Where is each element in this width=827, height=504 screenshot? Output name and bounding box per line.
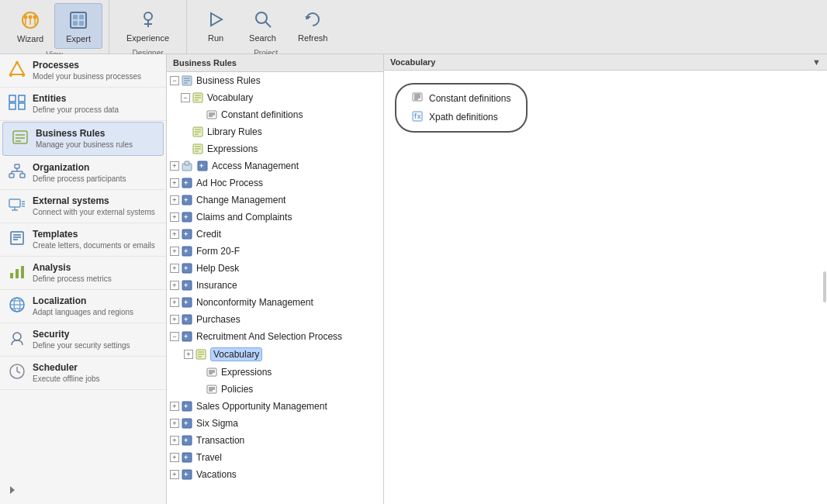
tree-item-business-rules-root[interactable]: − Business Rules bbox=[167, 72, 383, 89]
tree-toggle-claims[interactable]: + bbox=[170, 212, 179, 222]
content-close-button[interactable]: ▼ bbox=[812, 57, 821, 67]
scheduler-subtitle: Execute offline jobs bbox=[33, 374, 100, 384]
svg-rect-50 bbox=[21, 266, 24, 278]
tree-item-expressions-root[interactable]: Expressions bbox=[167, 140, 383, 157]
sidebar-item-analysis[interactable]: Analysis Define process metrics bbox=[0, 257, 166, 290]
tree-toggle-vocabulary-child[interactable]: + bbox=[184, 350, 193, 359]
tree-item-transaction[interactable]: + + Transaction bbox=[167, 432, 383, 449]
tree-toggle-credit[interactable]: + bbox=[170, 230, 179, 239]
tree-panel: Business Rules − Business Rules − Vocabu… bbox=[167, 54, 384, 504]
run-icon bbox=[204, 8, 227, 31]
run-button[interactable]: Run bbox=[193, 3, 238, 47]
tree-toggle-purchases[interactable]: + bbox=[170, 315, 179, 324]
tree-item-vocabulary-child[interactable]: + Vocabulary bbox=[167, 345, 383, 364]
tree-label-access-management: Access Management bbox=[212, 161, 299, 171]
wizard-button[interactable]: Wizard bbox=[6, 4, 54, 48]
svg-point-56 bbox=[13, 333, 21, 340]
tree-toggle-change-management[interactable]: + bbox=[170, 195, 179, 205]
tree-icon-vacations-cube: + bbox=[181, 468, 193, 481]
tree-item-ad-hoc-process[interactable]: + + Ad Hoc Process bbox=[167, 174, 383, 192]
tree-label-travel: Travel bbox=[196, 452, 222, 463]
security-title: Security bbox=[33, 329, 130, 340]
tree-item-vocabulary-root[interactable]: − Vocabulary bbox=[167, 89, 383, 106]
tree-item-recruitment[interactable]: − + Recruitment And Selection Process bbox=[167, 328, 383, 345]
tree-toggle-help-desk[interactable]: + bbox=[170, 264, 179, 273]
svg-text:+: + bbox=[184, 437, 188, 444]
tree-item-claims-complaints[interactable]: + + Claims and Complaints bbox=[167, 209, 383, 226]
tree-item-insurance[interactable]: + + Insurance bbox=[167, 277, 383, 294]
tree-toggle-recruitment[interactable]: − bbox=[170, 332, 179, 341]
tree-toggle-sales-opportunity[interactable]: + bbox=[170, 402, 179, 411]
expert-button[interactable]: Expert bbox=[54, 3, 102, 49]
vocab-icon-xpath-defs: fx bbox=[412, 111, 424, 123]
tree-item-change-management[interactable]: + + Change Management bbox=[167, 192, 383, 209]
tree-item-six-sigma[interactable]: + + Six Sigma bbox=[167, 415, 383, 432]
tree-header-label: Business Rules bbox=[173, 58, 237, 67]
tree-toggle-business-rules[interactable]: − bbox=[170, 76, 179, 85]
svg-marker-60 bbox=[10, 486, 15, 494]
sidebar-item-localization[interactable]: Localization Adapt languages and regions bbox=[0, 290, 166, 323]
external-systems-icon bbox=[8, 195, 26, 214]
tree-item-help-desk[interactable]: + + Help Desk bbox=[167, 260, 383, 277]
tree-toggle-travel[interactable]: + bbox=[170, 453, 179, 462]
tree-item-credit[interactable]: + + Credit bbox=[167, 226, 383, 243]
svg-point-12 bbox=[144, 12, 152, 20]
external-systems-title: External systems bbox=[33, 195, 155, 206]
svg-rect-48 bbox=[10, 273, 13, 278]
tree-toggle-vacations[interactable]: + bbox=[170, 470, 179, 479]
sidebar-collapse-button[interactable] bbox=[6, 484, 19, 496]
tree-icon-business-rules bbox=[181, 74, 193, 87]
svg-point-21 bbox=[9, 74, 12, 77]
view-group: Wizard Expert View bbox=[0, 0, 109, 54]
sidebar-item-business-rules[interactable]: Business Rules Manage your business rule… bbox=[2, 122, 164, 156]
experience-button[interactable]: Experience bbox=[116, 3, 180, 47]
sidebar-item-scheduler[interactable]: Scheduler Execute offline jobs bbox=[0, 357, 166, 390]
content-panel: Vocabulary ▼ Constant definitions fx Xpa… bbox=[384, 54, 827, 504]
wizard-icon bbox=[19, 9, 42, 32]
svg-text:+: + bbox=[184, 471, 188, 478]
entities-icon bbox=[8, 93, 26, 112]
search-label: Search bbox=[249, 33, 276, 43]
tree-item-form-20f[interactable]: + + Form 20-F bbox=[167, 243, 383, 260]
tree-toggle-access-management[interactable]: + bbox=[170, 161, 179, 171]
tree-item-nonconformity[interactable]: + + Nonconformity Management bbox=[167, 294, 383, 311]
tree-toggle-six-sigma[interactable]: + bbox=[170, 419, 179, 428]
tree-icon-access-management-cube: + bbox=[196, 160, 209, 172]
tree-item-expressions-child[interactable]: Expressions bbox=[167, 364, 383, 381]
tree-item-travel[interactable]: + + Travel bbox=[167, 449, 383, 466]
tree-label-policies: Policies bbox=[221, 384, 253, 395]
search-button[interactable]: Search bbox=[238, 3, 287, 47]
tree-label-claims-complaints: Claims and Complaints bbox=[196, 212, 292, 223]
sidebar-item-security[interactable]: Security Define your security settings bbox=[0, 323, 166, 357]
tree-item-policies[interactable]: Policies bbox=[167, 381, 383, 398]
tree-toggle-nonconformity[interactable]: + bbox=[170, 298, 179, 307]
tree-toggle-insurance[interactable]: + bbox=[170, 281, 179, 290]
sidebar-item-templates[interactable]: Templates Create letters, documents or e… bbox=[0, 223, 166, 257]
content-body: Constant definitions fx Xpath definition… bbox=[384, 71, 827, 504]
vocab-item-constant-defs[interactable]: Constant definitions bbox=[406, 89, 517, 108]
tree-item-library-rules[interactable]: Library Rules bbox=[167, 123, 383, 140]
wizard-label: Wizard bbox=[17, 34, 43, 43]
tree-toggle-form20f[interactable]: + bbox=[170, 247, 179, 256]
sidebar-item-processes[interactable]: Processes Model your business processes bbox=[0, 54, 166, 88]
svg-rect-49 bbox=[16, 269, 19, 278]
sidebar-item-external-systems[interactable]: External systems Connect with your exter… bbox=[0, 190, 166, 223]
tree-label-credit: Credit bbox=[196, 229, 221, 240]
tree-item-vacations[interactable]: + + Vacations bbox=[167, 466, 383, 483]
vocab-item-xpath-defs[interactable]: fx Xpath definitions bbox=[406, 108, 517, 126]
content-header-label: Vocabulary bbox=[390, 57, 436, 67]
tree-toggle-transaction[interactable]: + bbox=[170, 436, 179, 445]
tree-toggle-ad-hoc[interactable]: + bbox=[170, 178, 179, 188]
tree-item-purchases[interactable]: + + Purchases bbox=[167, 311, 383, 328]
tree-toggle-vocabulary-root[interactable]: − bbox=[181, 93, 190, 102]
tree-item-access-management[interactable]: + + Access Management bbox=[167, 157, 383, 174]
tree-icon-expressions-child bbox=[206, 366, 218, 378]
sidebar-item-organization[interactable]: Organization Define process participants bbox=[0, 157, 166, 190]
tree-label-transaction: Transaction bbox=[196, 435, 244, 446]
sidebar-item-entities[interactable]: Entities Define your process data bbox=[0, 88, 166, 121]
project-group: Run Search Refresh bbox=[187, 0, 344, 54]
refresh-icon bbox=[301, 8, 324, 31]
tree-item-constant-defs-root[interactable]: Constant definitions bbox=[167, 106, 383, 123]
tree-item-sales-opportunity[interactable]: + + Sales Opportunity Management bbox=[167, 398, 383, 415]
refresh-button[interactable]: Refresh bbox=[287, 3, 339, 47]
